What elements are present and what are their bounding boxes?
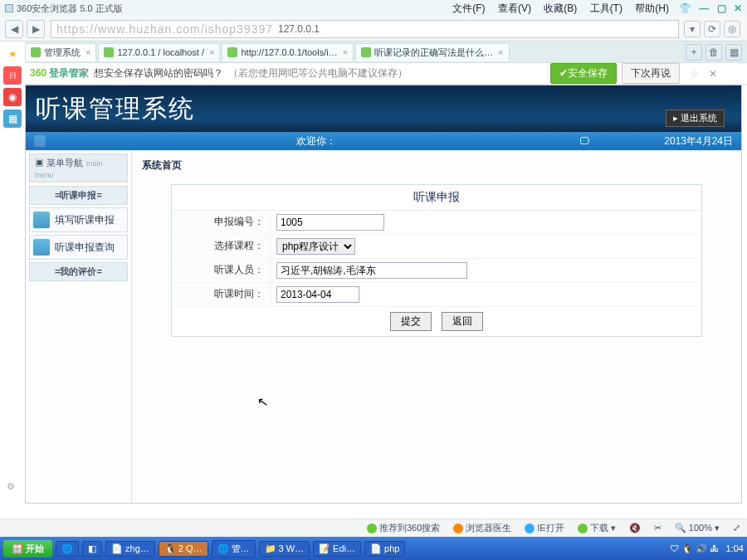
home-icon[interactable] <box>34 135 46 147</box>
weibo-icon[interactable]: ◉ <box>3 88 22 106</box>
welcome-text: 欢迎你： <box>296 134 336 149</box>
disk-icon[interactable]: 🖵 <box>579 135 589 147</box>
trash-icon[interactable]: 🗑 <box>706 44 722 61</box>
taskbar-item[interactable]: 📁 3 W… <box>259 541 310 557</box>
taskbar-item[interactable]: 📄 zhg… <box>105 541 155 557</box>
status-cut-icon[interactable]: ✂ <box>654 523 662 533</box>
menu-bar: 文件(F) 查看(V) 收藏(B) 工具(T) 帮助(H) <box>447 2 674 16</box>
calendar-icon[interactable]: 日 <box>3 66 22 85</box>
app-topbar: 欢迎你： 🖵 2013年4月24日 <box>26 132 741 150</box>
menu-help[interactable]: 帮助(H) <box>635 2 669 14</box>
status-recommend[interactable]: 推荐到360搜索 <box>367 522 440 534</box>
label-report-id: 申报编号： <box>172 211 271 234</box>
status-mute-icon[interactable]: 🔇 <box>629 523 641 533</box>
select-course[interactable]: php程序设计 <box>276 238 355 255</box>
tab-list-icon[interactable]: ▦ <box>725 44 742 61</box>
tab-favicon <box>31 47 41 57</box>
close-window-button[interactable]: ✕ <box>734 2 742 14</box>
back-button[interactable]: ◀ <box>5 20 23 38</box>
status-zoom[interactable]: 🔍 100% ▾ <box>675 523 720 533</box>
nav-section-apply[interactable]: =听课申报= <box>29 186 128 205</box>
browser-statusbar: ⚙ 推荐到360搜索 浏览器医生 IE打开 下载 ▾ 🔇 ✂ 🔍 100% ▾ … <box>0 519 747 537</box>
browser-tabs: ▣ 管理系统× 127.0.0.1 / localhost / × http:/… <box>0 41 747 63</box>
taskbar-app[interactable]: ◧ <box>82 541 102 557</box>
url-ip-display: 127.0.0.1 <box>278 23 320 35</box>
tab-favicon <box>227 47 237 57</box>
safe-save-button[interactable]: ✔安全保存 <box>550 63 617 84</box>
windows-taskbar: 🪟 开始 🌐 ◧ 📄 zhg… 🐧 2 Q… 🌐 管… 📁 3 W… 📝 Edi… <box>0 537 747 560</box>
gear-icon[interactable]: ⚙ <box>7 481 15 492</box>
dismiss-icon[interactable]: ✕ <box>709 68 717 80</box>
nav-item-label: 填写听课申报 <box>55 213 115 227</box>
tray-icon[interactable]: 🔊 <box>696 543 707 554</box>
tab-2-label: 127.0.0.1 / localhost / <box>117 47 204 57</box>
close-icon[interactable]: × <box>343 47 348 57</box>
input-attendees[interactable] <box>276 262 467 279</box>
tray-icon[interactable]: 🛡 <box>670 543 679 553</box>
add-tab-icon[interactable]: + <box>686 44 702 61</box>
input-date[interactable] <box>276 286 359 303</box>
nav-section-myeval[interactable]: =我的评价= <box>29 262 128 281</box>
system-tray[interactable]: 🛡 🐧 🔊 🖧 1:04 <box>670 543 744 554</box>
status-download[interactable]: 下载 ▾ <box>578 522 616 534</box>
game-icon[interactable]: ▦ <box>3 110 22 128</box>
later-button[interactable]: 下次再说 <box>622 63 680 84</box>
page-title: 系统首页 <box>142 155 731 176</box>
nav-sidebar: ▣ 菜单导航main menu =听课申报= 填写听课申报 听课申报查询 =我的… <box>26 150 132 503</box>
address-bar[interactable]: https://www.huzhan.com/ishop39397 <box>51 20 679 38</box>
submit-button[interactable]: 提交 <box>390 312 432 331</box>
menu-fav[interactable]: 收藏(B) <box>544 2 577 14</box>
minimize-button[interactable]: — <box>699 2 709 14</box>
menu-view[interactable]: 查看(V) <box>498 2 531 14</box>
target-icon[interactable]: ◎ <box>724 21 740 37</box>
tray-icon[interactable]: 🖧 <box>710 543 719 553</box>
form-heading: 听课申报 <box>172 185 701 211</box>
taskbar-ie[interactable]: 🌐 <box>56 541 79 557</box>
clock[interactable]: 1:04 <box>726 543 744 553</box>
menu-file[interactable]: 文件(F) <box>452 2 485 14</box>
window-controls: 👕 — ▢ ✕ <box>674 2 742 14</box>
close-icon[interactable]: × <box>498 47 503 57</box>
doc-icon <box>33 212 50 228</box>
taskbar-item[interactable]: 🌐 管… <box>212 540 256 558</box>
close-icon[interactable]: × <box>209 47 214 57</box>
maximize-button[interactable]: ▢ <box>717 2 726 14</box>
app-header: 听课管理系统 ▸ 退出系统 <box>26 85 741 132</box>
tab-3[interactable]: http://127.0.0.1/tools/i…× <box>222 43 354 61</box>
back-button-form[interactable]: 返回 <box>442 312 483 331</box>
skin-icon[interactable]: 👕 <box>679 2 691 14</box>
tab-1[interactable]: 管理系统× <box>25 43 96 61</box>
close-icon[interactable]: × <box>85 47 90 57</box>
address-bar-row: ◀ ▶ https://www.huzhan.com/ishop39397 ▾ … <box>0 17 747 41</box>
input-report-id[interactable] <box>276 214 384 231</box>
password-save-bar: 360 登录管家 想安全保存该网站的密码吗？ （若您使用网吧等公共电脑不建议保存… <box>0 63 747 85</box>
browser-side-toolbar: ★ 日 ◉ ▦ <box>0 41 25 506</box>
status-expand-icon[interactable]: ⤢ <box>733 523 740 533</box>
tab-favicon <box>104 47 114 57</box>
taskbar-item[interactable]: 🐧 2 Q… <box>159 541 208 557</box>
doc-icon <box>33 239 50 256</box>
star-icon[interactable]: ☆ <box>690 68 699 80</box>
taskbar-item[interactable]: 📄 php <box>364 541 405 557</box>
tab-2[interactable]: 127.0.0.1 / localhost / × <box>98 43 220 61</box>
status-doctor[interactable]: 浏览器医生 <box>453 522 511 534</box>
refresh-button[interactable]: ⟳ <box>704 21 720 37</box>
label-date: 听课时间： <box>172 283 271 306</box>
taskbar-item[interactable]: 📝 Edi… <box>313 541 361 557</box>
url-dropdown[interactable]: ▾ <box>684 21 701 37</box>
content-area: 系统首页 听课申报 申报编号： 选择课程： php程序设计 听课人员： 听课时间… <box>132 150 741 503</box>
nav-item-query-apply[interactable]: 听课申报查询 <box>29 235 128 260</box>
fav-star-icon[interactable]: ★ <box>3 45 22 63</box>
logout-button[interactable]: ▸ 退出系统 <box>666 110 725 127</box>
forward-button[interactable]: ▶ <box>27 20 45 38</box>
app-frame: 听课管理系统 ▸ 退出系统 欢迎你： 🖵 2013年4月24日 ▣ 菜单导航ma… <box>25 85 742 504</box>
tab-1-label: 管理系统 <box>44 46 81 59</box>
nav-item-write-apply[interactable]: 填写听课申报 <box>29 207 128 232</box>
date-display: 2013年4月24日 <box>664 134 733 149</box>
status-ie-open[interactable]: IE打开 <box>525 522 564 534</box>
tray-icon[interactable]: 🐧 <box>681 543 693 554</box>
tab-4[interactable]: 听课记录的正确写法是什么…× <box>355 43 509 61</box>
app-title-text: 听课管理系统 <box>36 92 195 126</box>
start-button[interactable]: 🪟 开始 <box>3 540 52 558</box>
menu-tools[interactable]: 工具(T) <box>590 2 622 14</box>
